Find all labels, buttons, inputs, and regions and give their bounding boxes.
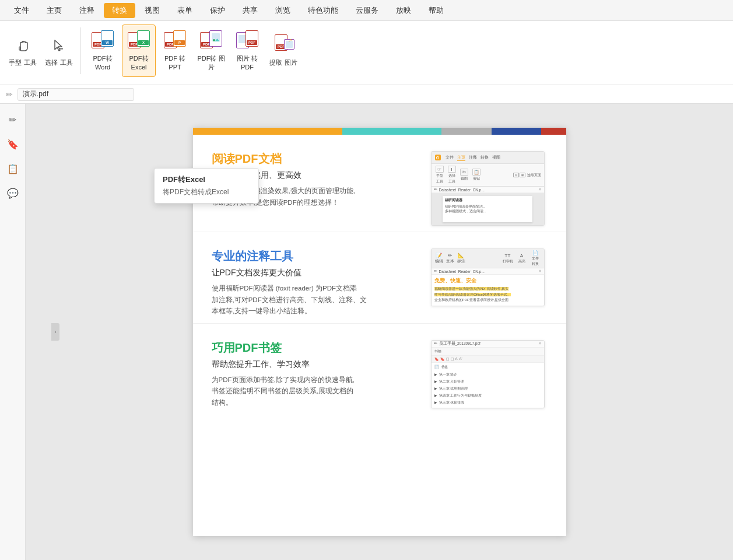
sidebar-pencil-icon[interactable]: ✏ [3, 110, 23, 130]
pdf-bookmark-subtitle: 帮助您提升工作、学习效率 [212, 359, 419, 370]
pdf-ppt-label: PDF 转PPT [159, 54, 191, 71]
menu-item-云服务[interactable]: 云服务 [348, 3, 387, 18]
pdf-word-icon: PDF → W [92, 30, 114, 52]
sidebar-pages-icon[interactable]: 📋 [3, 159, 23, 178]
image-pdf-label: 图片 转PDF [232, 54, 263, 71]
menu-item-浏览[interactable]: 浏览 [267, 3, 299, 18]
pdf-annotate-subtitle: 让PDF文档发挥更大价值 [212, 268, 419, 278]
select-tool-button[interactable]: 选择 工具 [42, 24, 76, 77]
pdf-ppt-icon: PDF → P [164, 30, 186, 52]
filename-bar: ✏ [0, 85, 733, 104]
menu-item-保护[interactable]: 保护 [202, 3, 233, 18]
hand-tool-button[interactable]: 手型 工具 [6, 24, 40, 77]
extract-label: 提取 图片 [269, 58, 297, 66]
pdf-annotate-text: 专业的注释工具 让PDF文档发挥更大价值 使用福昕PDF阅读器 (foxit r… [212, 249, 419, 317]
tooltip-title: PDF转Excel [163, 174, 250, 185]
hand-icon [12, 34, 34, 57]
menu-item-主页[interactable]: 主页 [38, 3, 70, 18]
pencil-icon: ✏ [6, 90, 13, 99]
pdf-annotate-body: 使用福昕PDF阅读器 (foxit reader) 为PDF文档添加注释,可对P… [212, 283, 419, 317]
content-area: › 阅读PDF文档 更强大、更实用、更高效 拥有出色的文档渲染效果,强大的页面管… [26, 104, 733, 560]
menu-item-共享[interactable]: 共享 [234, 3, 266, 18]
pdf-section-bookmark: 巧用PDF书签 帮助您提升工作、学习效率 为PDF页面添加书签,除了实现内容的快… [193, 324, 566, 415]
pdf-image-icon: PDF → [200, 30, 222, 52]
sidebar-comment-icon[interactable]: 💬 [3, 183, 23, 203]
menu-item-帮助[interactable]: 帮助 [420, 3, 452, 18]
extract-image-button[interactable]: PDF ↗ 提取 图片 [266, 24, 300, 77]
mini-app-read: G 文件主页注释转换视图 ☞ 手型工具 I [431, 151, 545, 226]
color-seg-gray [441, 128, 491, 135]
mini-app-annotate: 📝编辑 ✏文本 📐标注 TT打字机 [431, 249, 545, 306]
image-to-pdf-button[interactable]: → PDF 图片 转PDF [230, 24, 264, 77]
pdf-annotate-screenshot: 📝编辑 ✏文本 📐标注 TT打字机 [431, 249, 548, 317]
pdf-excel-label: PDF转 Excel [124, 54, 154, 71]
main-layout: ✏ 🔖 📋 💬 › 阅读PDF文档 更强大、更实用、更高效 拥有出色 [0, 104, 733, 560]
menu-item-文件[interactable]: 文件 [6, 3, 37, 18]
toolbar-sep-1 [80, 27, 81, 74]
pdf-bookmark-body: 为PDF页面添加书签,除了实现内容的快速导航,书签还能指明不同书签的层级关系,展… [212, 374, 419, 409]
pdf-to-word-button[interactable]: PDF → W PDF转 Word [86, 24, 120, 77]
pdf-to-image-button[interactable]: PDF → PDF转 图片 [194, 24, 228, 77]
extract-icon: PDF ↗ [272, 34, 294, 57]
svg-rect-0 [19, 47, 20, 50]
hand-tool-label: 手型 工具 [9, 58, 36, 66]
image-pdf-icon: → PDF [236, 30, 258, 52]
pdf-read-screenshot: G 文件主页注释转换视图 ☞ 手型工具 I [431, 151, 548, 226]
pdf-bookmark-text: 巧用PDF书签 帮助您提升工作、学习效率 为PDF页面添加书签,除了实现内容的快… [212, 340, 419, 409]
mini-app-bar: G 文件主页注释转换视图 [432, 152, 544, 163]
left-sidebar: ✏ 🔖 📋 💬 [0, 104, 26, 560]
cursor-icon [48, 34, 70, 57]
filename-input[interactable] [17, 88, 134, 101]
menu-item-特色功能[interactable]: 特色功能 [300, 3, 346, 18]
menu-item-表单[interactable]: 表单 [169, 3, 201, 18]
select-tool-label: 选择 工具 [45, 58, 72, 66]
menu-item-视图[interactable]: 视图 [136, 3, 168, 18]
mini-app-bookmark: ✏ 员工手册_20120917.pdf ✕ 书签 🔖🔖☐☐AA' [431, 340, 545, 408]
pdf-image-label: PDF转 图片 [195, 54, 227, 71]
pdf-to-excel-button[interactable]: PDF → X PDF转 Excel [122, 24, 156, 77]
sidebar-bookmark-icon[interactable]: 🔖 [3, 134, 23, 154]
color-seg-blue [492, 128, 541, 135]
tooltip-description: 将PDF文档转成Excel [163, 187, 250, 197]
pdf-color-bar [193, 128, 566, 135]
toolbar: 手型 工具 选择 工具 PDF → W [0, 21, 733, 85]
menu-item-转换[interactable]: 转换 [104, 3, 135, 18]
pdf-word-label: PDF转 Word [87, 54, 118, 71]
pdf-section-annotate: 专业的注释工具 让PDF文档发挥更大价值 使用福昕PDF阅读器 (foxit r… [193, 232, 566, 324]
pdf-excel-tooltip: PDF转Excel 将PDF文档转成Excel [154, 168, 259, 204]
color-seg-orange [193, 128, 342, 135]
menu-item-放映[interactable]: 放映 [388, 3, 419, 18]
pdf-to-ppt-button[interactable]: PDF → P PDF 转PPT [158, 24, 192, 77]
color-seg-red [541, 128, 566, 135]
pdf-annotate-title: 专业的注释工具 [212, 249, 419, 264]
menu-item-注释[interactable]: 注释 [71, 3, 103, 18]
menu-bar: (function() { const d = JSON.parse(docum… [0, 0, 733, 21]
pdf-read-title: 阅读PDF文档 [212, 151, 419, 167]
collapse-sidebar-button[interactable]: › [51, 323, 59, 341]
color-seg-teal [342, 128, 442, 135]
pdf-excel-icon: PDF → X [128, 30, 150, 52]
pdf-bookmark-screenshot: ✏ 员工手册_20120917.pdf ✕ 书签 🔖🔖☐☐AA' [431, 340, 548, 409]
pdf-bookmark-title: 巧用PDF书签 [212, 340, 419, 356]
svg-rect-1 [59, 48, 63, 50]
